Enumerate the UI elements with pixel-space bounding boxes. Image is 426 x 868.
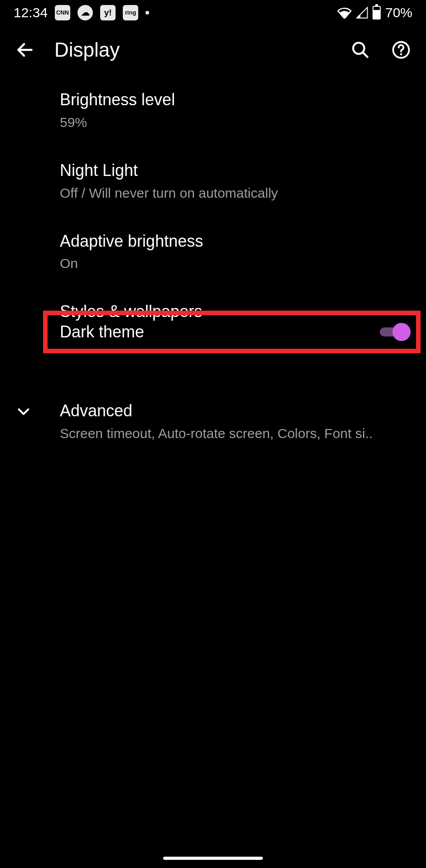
night-light-row[interactable]: Night Light Off / Will never turn on aut… bbox=[60, 146, 412, 216]
chevron-down-icon bbox=[15, 403, 32, 419]
app-bar: Display bbox=[0, 25, 426, 75]
advanced-row[interactable]: Advanced Screen timeout, Auto-rotate scr… bbox=[60, 386, 412, 457]
expand-icon-container bbox=[15, 402, 33, 420]
item-title: Dark theme bbox=[60, 322, 380, 343]
help-button[interactable] bbox=[390, 39, 412, 61]
item-sub: Screen timeout, Auto-rotate screen, Colo… bbox=[60, 424, 412, 442]
item-sub: 59% bbox=[60, 113, 412, 131]
dark-theme-toggle[interactable] bbox=[380, 324, 410, 340]
item-title: Night Light bbox=[60, 160, 412, 181]
battery-text: 70% bbox=[385, 5, 412, 20]
help-icon bbox=[392, 40, 411, 59]
search-icon bbox=[351, 40, 370, 59]
svg-line-1 bbox=[363, 52, 368, 57]
item-title: Brightness level bbox=[60, 89, 412, 111]
home-indicator[interactable] bbox=[163, 857, 263, 860]
item-title: Advanced bbox=[60, 400, 412, 422]
status-left: 12:34 CNN ☁ y! ring bbox=[14, 5, 149, 20]
settings-list: Brightness level 59% Night Light Off / W… bbox=[0, 75, 426, 457]
notification-dot-icon bbox=[145, 11, 149, 15]
back-button[interactable] bbox=[14, 39, 36, 61]
item-sub: Off / Will never turn on automatically bbox=[60, 184, 412, 202]
status-bar: 12:34 CNN ☁ y! ring 70% bbox=[0, 0, 426, 25]
cell-signal-icon bbox=[356, 7, 368, 19]
adaptive-brightness-row[interactable]: Adaptive brightness On bbox=[60, 216, 412, 287]
search-button[interactable] bbox=[349, 39, 372, 61]
yahoo-icon: y! bbox=[100, 5, 116, 20]
status-time: 12:34 bbox=[14, 5, 48, 20]
brightness-level-row[interactable]: Brightness level 59% bbox=[60, 75, 412, 146]
status-right: 70% bbox=[337, 5, 412, 20]
weather-icon: ☁ bbox=[77, 5, 93, 20]
item-sub: On bbox=[60, 254, 412, 272]
arrow-back-icon bbox=[15, 40, 35, 60]
dark-theme-row[interactable]: Dark theme bbox=[43, 311, 421, 353]
item-title: Adaptive brightness bbox=[60, 231, 412, 252]
svg-point-3 bbox=[400, 53, 402, 55]
toggle-thumb bbox=[392, 323, 411, 341]
ring-icon: ring bbox=[123, 5, 138, 20]
battery-icon bbox=[373, 6, 381, 20]
cnn-icon: CNN bbox=[55, 5, 70, 20]
wifi-icon bbox=[337, 7, 352, 19]
page-title: Display bbox=[54, 39, 331, 61]
